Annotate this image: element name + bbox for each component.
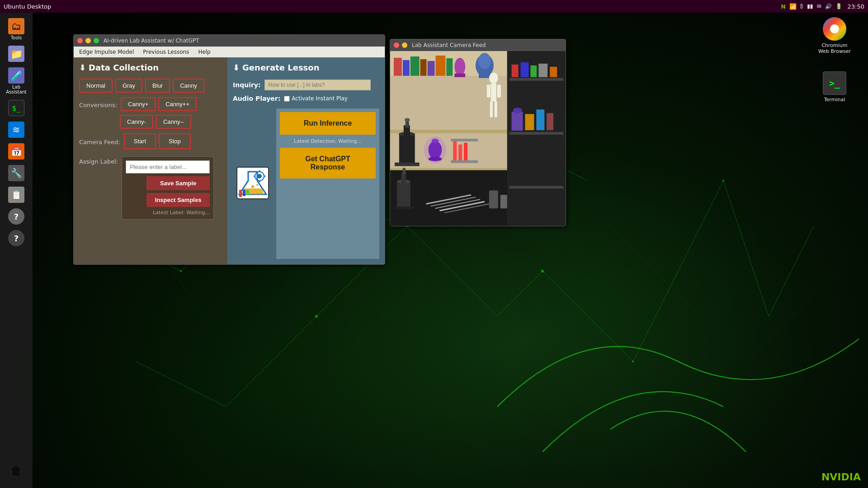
- svg-rect-80: [464, 143, 467, 161]
- sidebar-item-settings[interactable]: 🔧: [4, 163, 28, 183]
- camera-close-btn[interactable]: [394, 42, 399, 48]
- lab-flask-icon: [235, 165, 271, 201]
- svg-rect-72: [395, 163, 420, 166]
- label-input-field[interactable]: [126, 160, 210, 174]
- svg-rect-103: [538, 64, 547, 77]
- lab-icon-inference-row: Run Inference Latest Detection: Waiting.…: [233, 107, 379, 259]
- data-collection-title: ⬇ Data Collection: [79, 63, 222, 72]
- inspect-samples-btn[interactable]: Inspect Samples: [146, 193, 210, 207]
- btn-canny-plus[interactable]: Canny+: [121, 97, 156, 111]
- svg-rect-53: [428, 61, 435, 76]
- btn-canny-plusplus[interactable]: Canny++: [158, 97, 197, 111]
- sidebar-item-tools[interactable]: 🗂 Tools: [4, 16, 28, 42]
- nvidia-tray-icon: N: [781, 3, 786, 10]
- btn-normal[interactable]: Normal: [79, 79, 113, 93]
- calendar-icon: 📅: [11, 146, 22, 157]
- bluetooth-icon[interactable]: ₿: [800, 3, 803, 9]
- menu-previous-lessons[interactable]: Previous Lessons: [141, 48, 191, 56]
- chatgpt-response-btn[interactable]: Get ChatGPT Response: [280, 148, 376, 178]
- run-inference-btn[interactable]: Run Inference: [280, 112, 376, 135]
- sidebar-item-trash[interactable]: 🗑: [4, 461, 28, 481]
- btn-blur[interactable]: Blur: [145, 79, 170, 93]
- lab-window-max[interactable]: [94, 38, 99, 43]
- chromium-label: ChromiumWeb Browser: [818, 42, 851, 54]
- svg-rect-104: [550, 67, 557, 77]
- sidebar-item-help2[interactable]: ?: [4, 228, 28, 248]
- svg-rect-81: [451, 139, 478, 141]
- lab-window-title: AI-driven Lab Assistant w/ ChatGPT: [104, 38, 381, 44]
- svg-rect-100: [512, 65, 519, 77]
- svg-point-71: [405, 118, 410, 122]
- btn-canny-minus[interactable]: Canny-: [120, 115, 153, 129]
- svg-point-59: [454, 58, 465, 76]
- inference-area: Run Inference Latest Detection: Waiting.…: [276, 108, 379, 259]
- lab-content: ⬇ Data Collection Normal Gray Blur Canny…: [74, 57, 385, 264]
- svg-rect-102: [530, 66, 537, 77]
- camera-titlebar: Lab Assistant Camera Feed: [390, 39, 566, 51]
- sidebar-item-notes[interactable]: 📋: [4, 185, 28, 205]
- camera-scene-svg: [390, 51, 566, 226]
- chromium-desktop-icon[interactable]: ChromiumWeb Browser: [815, 17, 854, 54]
- lab-icon-area: [233, 107, 273, 259]
- svg-rect-64: [497, 85, 501, 98]
- svg-point-36: [257, 174, 262, 178]
- btn-canny[interactable]: Canny: [173, 79, 204, 93]
- inquiry-input[interactable]: [264, 80, 371, 90]
- assign-section-box: Save Sample Inspect Samples Latest Label…: [122, 156, 214, 220]
- instant-play-checkbox[interactable]: [284, 96, 290, 102]
- generate-lesson-title: ⬇ Generate Lesson: [233, 63, 379, 72]
- btn-canny-minusminus[interactable]: Canny--: [156, 115, 191, 129]
- lab-window-min[interactable]: [85, 38, 91, 43]
- svg-rect-50: [403, 60, 410, 76]
- mail-icon[interactable]: ✉: [816, 3, 821, 9]
- wifi-icon[interactable]: 📶: [789, 3, 797, 10]
- btn-stop[interactable]: Stop: [159, 133, 191, 149]
- system-tray: N 📶 ₿ ▮▮ ✉ 🔊 🔋: [781, 3, 842, 10]
- lab-window-close[interactable]: [77, 38, 83, 43]
- sidebar-item-vscode[interactable]: ≋: [4, 120, 28, 140]
- help1-icon: ?: [14, 212, 19, 221]
- lab-assistant-label: LabAssistant: [6, 84, 27, 94]
- audio-row: Audio Player: Activate Instant Play: [233, 95, 379, 102]
- menu-help[interactable]: Help: [196, 48, 212, 56]
- activate-instant-play-label[interactable]: Activate Instant Play: [284, 95, 348, 102]
- svg-rect-94: [489, 190, 498, 208]
- sidebar-item-terminal[interactable]: $_: [4, 98, 28, 118]
- battery-icon: 🔋: [835, 3, 842, 9]
- sidebar-item-files[interactable]: 📁: [4, 44, 28, 64]
- topbar-left: Ubuntu Desktop: [4, 3, 51, 10]
- sound-icon[interactable]: 🔊: [825, 3, 832, 9]
- terminal-desktop-icon-symbol: >_: [829, 78, 840, 89]
- sidebar-item-calendar[interactable]: 📅: [4, 141, 28, 161]
- svg-rect-51: [410, 56, 420, 76]
- terminal-desktop-icon[interactable]: >_ Terminal: [815, 71, 854, 103]
- sidebar-item-help1[interactable]: ?: [4, 206, 28, 226]
- assign-label-text: Assign Label:: [79, 158, 118, 165]
- menu-edge-impulse[interactable]: Edge Impulse Model: [77, 48, 136, 56]
- trash-icon: 🗑: [11, 465, 22, 477]
- svg-rect-101: [521, 62, 529, 77]
- inquiry-send-arrow[interactable]: ▶: [374, 81, 379, 89]
- svg-rect-41: [239, 190, 242, 197]
- save-sample-btn[interactable]: Save Sample: [146, 176, 210, 190]
- svg-rect-70: [406, 121, 409, 127]
- camera-feed-label: Camera Feed:: [79, 139, 120, 145]
- btn-gray[interactable]: Gray: [115, 79, 142, 93]
- sidebar-item-lab-assistant[interactable]: 🧪 LabAssistant: [4, 66, 28, 96]
- desktop-label: Ubuntu Desktop: [4, 3, 51, 10]
- svg-point-61: [489, 73, 498, 84]
- btn-start[interactable]: Start: [124, 133, 156, 149]
- camera-buttons: Start Stop: [124, 133, 191, 149]
- conversion-buttons-row1: Normal Gray Blur Canny: [79, 79, 222, 93]
- inference-status: Latest Detection: Waiting...: [280, 138, 376, 144]
- camera-min-btn[interactable]: [402, 42, 407, 48]
- svg-rect-98: [509, 132, 563, 135]
- camera-window: Lab Assistant Camera Feed: [390, 39, 566, 226]
- svg-rect-109: [547, 113, 553, 130]
- inquiry-row: Inquiry: ▶: [233, 80, 379, 90]
- windows-area: AI-driven Lab Assistant w/ ChatGPT Edge …: [33, 13, 868, 488]
- svg-rect-63: [487, 85, 491, 98]
- svg-rect-55: [446, 58, 453, 76]
- svg-rect-54: [435, 56, 445, 76]
- svg-rect-88: [394, 206, 414, 209]
